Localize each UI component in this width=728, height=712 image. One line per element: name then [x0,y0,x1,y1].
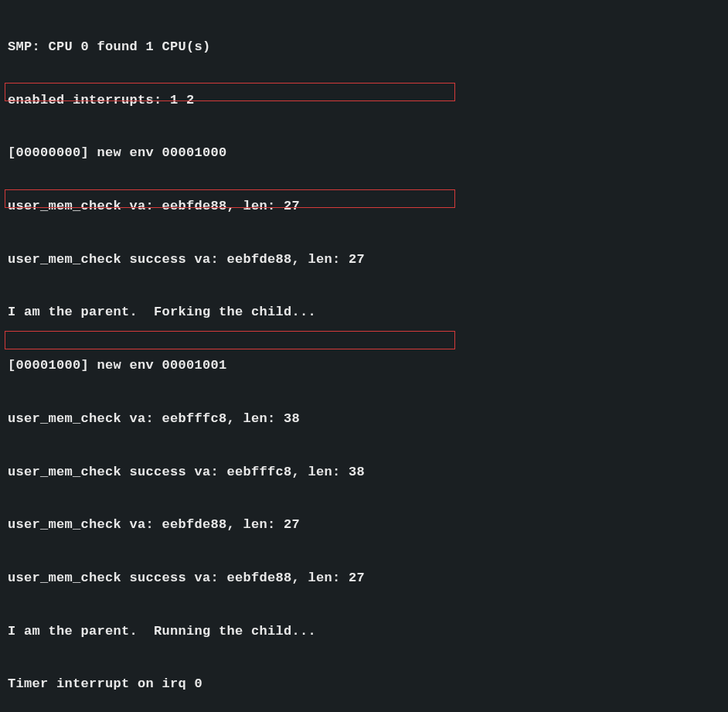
highlight-box [5,331,455,349]
terminal-line: SMP: CPU 0 found 1 CPU(s) [8,39,720,56]
terminal-line: user_mem_check va: eebfde88, len: 27 [8,198,720,216]
terminal-output: SMP: CPU 0 found 1 CPU(s) enabled interr… [0,0,728,712]
terminal-line: [00000000] new env 00001000 [8,145,720,162]
terminal-line: Timer interrupt on irq 0 [8,676,720,693]
terminal-line: I am the parent. Forking the child... [8,304,720,322]
terminal-line: user_mem_check success va: eebfffc8, len… [8,464,720,482]
terminal-line: user_mem_check va: eebfffc8, len: 38 [8,411,720,428]
terminal-line: I am the parent. Running the child... [8,623,720,641]
terminal-line: user_mem_check success va: eebfde88, len… [8,251,720,269]
terminal-line: user_mem_check va: eebfde88, len: 27 [8,516,720,534]
terminal-line: enabled interrupts: 1 2 [8,92,720,110]
terminal-line: [00001000] new env 00001001 [8,357,720,375]
terminal-line: user_mem_check success va: eebfde88, len… [8,570,720,588]
